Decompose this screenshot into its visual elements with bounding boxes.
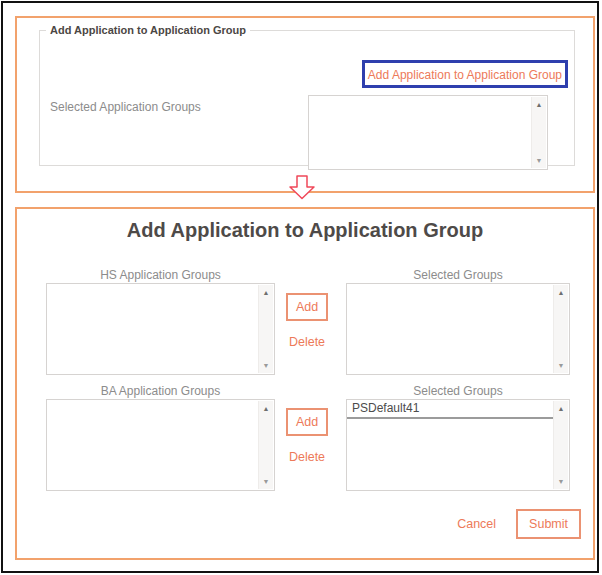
- selected-groups-listbox-hs[interactable]: ▲ ▼: [346, 283, 570, 375]
- application-group-fieldset: Add Application to Application Group Add…: [39, 24, 575, 166]
- add-application-dialog: Add Application to Application Group HS …: [15, 207, 595, 560]
- scroll-down-icon[interactable]: ▼: [558, 474, 565, 489]
- delete-button-hs[interactable]: Delete: [289, 335, 325, 349]
- list-item[interactable]: PSDefault41: [347, 400, 554, 419]
- submit-button[interactable]: Submit: [516, 509, 581, 539]
- add-application-link-highlight-box: Add Application to Application Group: [362, 60, 568, 88]
- scroll-down-icon[interactable]: ▼: [536, 153, 543, 168]
- selected-groups-listbox-ba[interactable]: PSDefault41 ▲ ▼: [346, 399, 570, 491]
- scrollbar[interactable]: ▲ ▼: [258, 401, 273, 489]
- scroll-down-icon[interactable]: ▼: [263, 358, 270, 373]
- ba-application-groups-listbox[interactable]: ▲ ▼: [46, 399, 275, 491]
- summary-panel: Add Application to Application Group Add…: [15, 16, 595, 193]
- scrollbar[interactable]: ▲ ▼: [553, 401, 568, 489]
- scrollbar[interactable]: ▲ ▼: [553, 285, 568, 373]
- fieldset-legend: Add Application to Application Group: [46, 24, 250, 36]
- scroll-up-icon[interactable]: ▲: [263, 285, 270, 300]
- ba-application-groups-label: BA Application Groups: [46, 384, 275, 398]
- selected-application-groups-listbox[interactable]: ▲ ▼: [308, 95, 548, 170]
- ba-transfer-controls: Add Delete: [279, 408, 335, 465]
- scroll-down-icon[interactable]: ▼: [558, 358, 565, 373]
- hs-application-groups-listbox[interactable]: ▲ ▼: [46, 283, 275, 375]
- delete-button-ba[interactable]: Delete: [289, 450, 325, 464]
- scrollbar[interactable]: ▲ ▼: [531, 97, 546, 168]
- cancel-button[interactable]: Cancel: [457, 517, 496, 531]
- hs-application-groups-label: HS Application Groups: [46, 268, 275, 282]
- outer-frame: Add Application to Application Group Add…: [1, 1, 599, 573]
- hs-transfer-controls: Add Delete: [279, 293, 335, 350]
- scroll-down-icon[interactable]: ▼: [263, 474, 270, 489]
- selected-application-groups-label: Selected Application Groups: [50, 100, 201, 114]
- dialog-actions: Cancel Submit: [457, 509, 581, 539]
- screenshot-stage: Add Application to Application Group Add…: [0, 0, 602, 575]
- scroll-up-icon[interactable]: ▲: [558, 285, 565, 300]
- down-arrow-icon: [286, 175, 318, 200]
- add-button-hs[interactable]: Add: [286, 293, 328, 321]
- add-button-ba[interactable]: Add: [286, 408, 328, 436]
- ba-selected-groups-label: Selected Groups: [346, 384, 570, 398]
- scrollbar[interactable]: ▲ ▼: [258, 285, 273, 373]
- scroll-up-icon[interactable]: ▲: [536, 97, 543, 112]
- add-application-link[interactable]: Add Application to Application Group: [368, 68, 562, 82]
- scroll-up-icon[interactable]: ▲: [558, 401, 565, 416]
- dialog-title: Add Application to Application Group: [17, 219, 593, 242]
- hs-selected-groups-label: Selected Groups: [346, 268, 570, 282]
- scroll-up-icon[interactable]: ▲: [263, 401, 270, 416]
